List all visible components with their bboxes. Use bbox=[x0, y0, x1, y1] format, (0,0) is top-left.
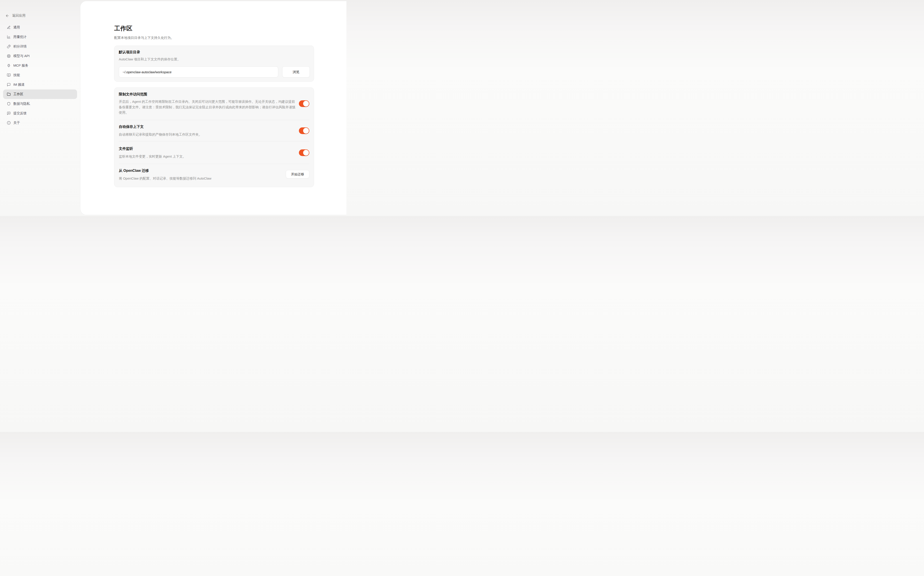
sidebar-item-skills[interactable]: 技能 bbox=[3, 70, 77, 80]
book-open-icon bbox=[7, 73, 11, 77]
sidebar-item-label: 模型与 API bbox=[13, 54, 30, 58]
back-to-app-label: 返回应用 bbox=[12, 14, 26, 18]
auto-save-context-toggle[interactable] bbox=[299, 127, 309, 134]
setting-title: 从 OpenClaw 迁移 bbox=[119, 168, 149, 173]
sidebar-item-label: 提交反馈 bbox=[13, 111, 27, 115]
pen-line-icon bbox=[7, 26, 11, 29]
toggle-knob bbox=[303, 150, 309, 155]
sidebar-item-label: 积分详情 bbox=[13, 45, 27, 49]
sidebar-item-about[interactable]: 关于 bbox=[3, 118, 77, 128]
setting-description: 将 OpenClaw 的配置、对话记录、技能等数据迁移到 AutoClaw bbox=[119, 176, 211, 181]
card-description: AutoClaw 项目和上下文文件的保存位置。 bbox=[119, 57, 181, 61]
setting-description: 自动将聊天记录和提取的产物保存到本地工作区文件夹。 bbox=[119, 133, 202, 137]
message-square-plus-icon bbox=[7, 111, 11, 115]
restrict-file-access-toggle[interactable] bbox=[299, 100, 309, 107]
sidebar-item-workspace[interactable]: 工作区 bbox=[3, 90, 77, 99]
setting-title: 限制文件访问范围 bbox=[119, 92, 147, 97]
file-watch-toggle[interactable] bbox=[299, 149, 309, 156]
bar-chart-icon bbox=[7, 35, 11, 39]
sidebar-item-data-privacy[interactable]: 数据与隐私 bbox=[3, 99, 77, 109]
sidebar-item-credits[interactable]: 积分详情 bbox=[3, 42, 77, 51]
setting-title: 自动保存上下文 bbox=[119, 125, 144, 129]
sidebar-item-label: 关于 bbox=[13, 121, 20, 125]
setting-description: 开启后，Agent 的工作空间将限制在工作目录内。关闭后可访问更大范围，可能导致… bbox=[119, 99, 296, 115]
workspace-path-input[interactable] bbox=[119, 66, 278, 77]
message-square-icon bbox=[7, 83, 11, 86]
page-title: 工作区 bbox=[114, 24, 133, 32]
toggle-knob bbox=[303, 101, 309, 107]
folder-icon bbox=[7, 92, 11, 96]
sidebar-nav: 通用 用量统计 积分详情 模型与 API MCP 服务 技能 IM 频道 工作 bbox=[3, 22, 77, 128]
sidebar-item-label: 数据与隐私 bbox=[13, 102, 30, 106]
sidebar-item-label: 工作区 bbox=[13, 92, 23, 96]
shield-icon bbox=[7, 102, 11, 106]
sidebar-item-label: MCP 服务 bbox=[13, 64, 28, 68]
sidebar-item-label: 通用 bbox=[13, 25, 20, 29]
default-project-directory-card: 默认项目目录 AutoClaw 项目和上下文文件的保存位置。 浏览 bbox=[114, 45, 314, 82]
sidebar-item-mcp[interactable]: MCP 服务 bbox=[3, 61, 77, 70]
coins-icon bbox=[7, 45, 11, 48]
workspace-settings-card: 限制文件访问范围 开启后，Agent 的工作空间将限制在工作目录内。关闭后可访问… bbox=[114, 88, 314, 187]
card-title: 默认项目目录 bbox=[119, 50, 140, 54]
sidebar-item-models-api[interactable]: 模型与 API bbox=[3, 51, 77, 61]
back-to-app-button[interactable]: 返回应用 bbox=[5, 14, 26, 18]
sidebar-item-label: IM 频道 bbox=[13, 83, 25, 87]
page-subtitle: 配置本地项目目录与上下文持久化行为。 bbox=[114, 36, 174, 40]
browse-button[interactable]: 浏览 bbox=[282, 66, 310, 77]
divider bbox=[119, 164, 309, 164]
sidebar-item-general[interactable]: 通用 bbox=[3, 22, 77, 32]
info-icon bbox=[7, 121, 11, 125]
plug-icon bbox=[7, 64, 11, 67]
sidebar-item-im-channels[interactable]: IM 频道 bbox=[3, 80, 77, 90]
sidebar-item-feedback[interactable]: 提交反馈 bbox=[3, 109, 77, 118]
arrow-left-icon bbox=[5, 14, 9, 18]
toggle-knob bbox=[303, 128, 309, 134]
start-migration-button[interactable]: 开始迁移 bbox=[286, 170, 309, 178]
sidebar-item-label: 技能 bbox=[13, 73, 20, 77]
cpu-icon bbox=[7, 54, 11, 58]
setting-title: 文件监听 bbox=[119, 147, 133, 151]
setting-description: 监听本地文件变更，实时更新 Agent 上下文。 bbox=[119, 155, 186, 159]
sidebar-item-usage-stats[interactable]: 用量统计 bbox=[3, 32, 77, 42]
sidebar-item-label: 用量统计 bbox=[13, 35, 27, 39]
